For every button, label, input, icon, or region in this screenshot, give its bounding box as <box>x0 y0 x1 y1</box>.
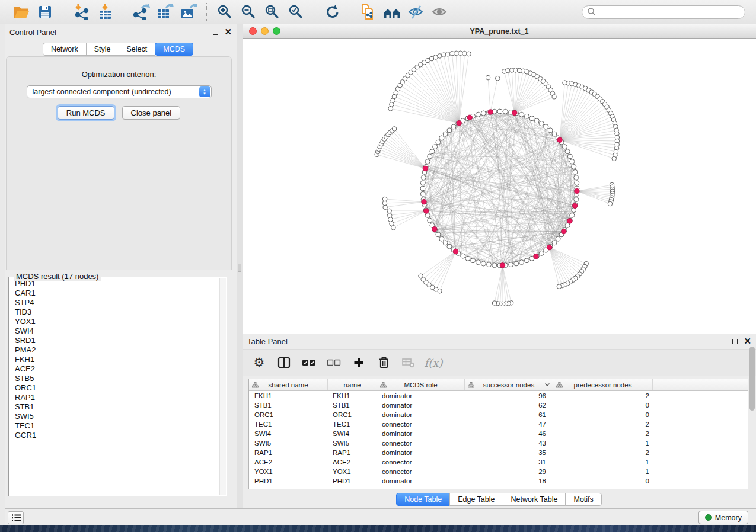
optimization-criterion-select[interactable]: largest connected component (undirected)… <box>27 85 212 98</box>
table-row[interactable]: ACE2ACE2connector311 <box>249 457 748 467</box>
search-input[interactable] <box>596 8 740 16</box>
mcds-result-item[interactable]: STB1 <box>10 402 219 412</box>
tab-style[interactable]: Style <box>86 43 119 56</box>
tab-edge-table[interactable]: Edge Table <box>449 493 503 506</box>
save-session-icon[interactable] <box>33 3 57 21</box>
mcds-result-item[interactable]: STB5 <box>10 374 219 383</box>
add-column-icon[interactable] <box>350 355 367 370</box>
mcds-result-item[interactable]: STP4 <box>10 298 219 307</box>
export-image-icon[interactable] <box>177 3 200 21</box>
zoom-selected-icon[interactable] <box>284 3 308 21</box>
mcds-result-item[interactable]: FKH1 <box>10 355 219 364</box>
mcds-node[interactable] <box>467 115 473 120</box>
network-canvas[interactable] <box>243 39 756 333</box>
mcds-result-list[interactable]: PHD1CAR1STP4TID3YOX1SWI4SRD1PMA2FKH1ACE2… <box>10 279 219 495</box>
function-builder-icon[interactable]: f(x) <box>425 355 442 370</box>
tab-select[interactable]: Select <box>119 43 156 56</box>
show-all-icon[interactable] <box>428 3 451 21</box>
mcds-node[interactable] <box>422 199 427 204</box>
mcds-node[interactable] <box>567 219 573 224</box>
column-header-predecessor-nodes[interactable]: predecessor nodes <box>553 379 653 390</box>
column-header-name[interactable]: name <box>328 379 377 390</box>
mcds-result-item[interactable]: SWI4 <box>10 326 219 336</box>
mcds-node[interactable] <box>572 203 578 209</box>
memory-button[interactable]: Memory <box>698 511 748 524</box>
column-header-mcds-role[interactable]: MCDS role <box>377 379 465 390</box>
close-panel-button[interactable]: Close panel <box>122 106 181 120</box>
mcds-node[interactable] <box>423 166 428 171</box>
table-row[interactable]: TEC1TEC1connector472 <box>249 419 748 429</box>
float-panel-icon[interactable] <box>732 339 738 344</box>
mcds-result-item[interactable]: TEC1 <box>10 421 219 431</box>
mcds-node[interactable] <box>488 110 493 115</box>
mcds-node[interactable] <box>500 263 505 268</box>
mcds-result-item[interactable]: GCR1 <box>10 431 219 440</box>
mcds-result-item[interactable]: SRD1 <box>10 336 219 345</box>
mcds-result-item[interactable]: CAR1 <box>10 289 219 298</box>
mcds-result-item[interactable]: ORC1 <box>10 383 219 393</box>
close-panel-icon[interactable]: ✕ <box>224 29 232 35</box>
hide-selected-icon[interactable] <box>404 3 428 21</box>
tab-node-table[interactable]: Node Table <box>396 493 450 506</box>
select-all-icon[interactable] <box>301 355 317 370</box>
mcds-node[interactable] <box>512 110 518 116</box>
table-row[interactable]: SWI5SWI5connector431 <box>249 438 748 448</box>
mcds-node[interactable] <box>423 209 429 214</box>
delete-column-icon[interactable] <box>375 355 392 370</box>
show-columns-icon[interactable] <box>276 355 292 370</box>
mcds-result-item[interactable]: TID3 <box>10 307 219 317</box>
mcds-list-scrollbar[interactable] <box>219 278 226 495</box>
table-row[interactable]: RAP1RAP1dominator352 <box>249 448 748 457</box>
cell-name: ORC1 <box>328 410 377 419</box>
column-header-successor-nodes[interactable]: successor nodes <box>465 379 553 390</box>
zoom-in-icon[interactable] <box>213 3 237 21</box>
panel-splitter[interactable] <box>237 24 243 508</box>
first-neighbors-icon[interactable] <box>380 3 404 21</box>
mcds-node[interactable] <box>575 188 580 194</box>
mcds-node[interactable] <box>534 254 539 259</box>
mcds-result-item[interactable]: SWI5 <box>10 412 219 421</box>
delete-table-icon[interactable] <box>400 355 417 370</box>
import-table-icon[interactable] <box>93 3 117 21</box>
table-row[interactable]: SWI4SWI4dominator462 <box>249 429 748 438</box>
mcds-result-item[interactable]: RAP1 <box>10 393 219 402</box>
table-row[interactable]: YOX1YOX1connector291 <box>249 467 748 476</box>
table-row[interactable]: ORC1ORC1dominator610 <box>249 410 748 419</box>
export-network-icon[interactable] <box>129 3 153 21</box>
table-row[interactable]: PHD1PHD1dominator180 <box>249 476 748 486</box>
table-scrollbar-thumb[interactable] <box>749 347 755 411</box>
tab-network[interactable]: Network <box>43 43 87 56</box>
table-row[interactable]: FKH1FKH1dominator962 <box>249 391 748 400</box>
mcds-node[interactable] <box>432 227 438 232</box>
mcds-result-item[interactable]: ACE2 <box>10 364 219 374</box>
fit-content-icon[interactable] <box>260 3 284 21</box>
splitter-grip-icon[interactable] <box>238 264 241 272</box>
mcds-node[interactable] <box>562 229 567 234</box>
mcds-node[interactable] <box>457 121 462 126</box>
zoom-out-icon[interactable] <box>237 3 260 21</box>
close-panel-icon[interactable]: ✕ <box>744 338 751 344</box>
open-file-icon[interactable] <box>9 3 33 21</box>
run-mcds-button[interactable]: Run MCDS <box>58 106 114 120</box>
column-header-shared-name[interactable]: shared name <box>249 379 328 390</box>
search-field[interactable] <box>582 5 745 19</box>
float-panel-icon[interactable] <box>213 30 218 35</box>
mcds-node[interactable] <box>557 137 563 143</box>
mcds-result-item[interactable]: PHD1 <box>10 279 219 289</box>
copy-network-icon[interactable] <box>356 3 380 21</box>
mcds-node[interactable] <box>547 245 552 250</box>
tab-network-table[interactable]: Network Table <box>503 493 566 506</box>
mcds-node[interactable] <box>453 249 458 254</box>
import-network-icon[interactable] <box>69 3 93 21</box>
deselect-all-icon[interactable] <box>326 355 342 370</box>
table-options-icon[interactable]: ⚙ <box>251 355 267 370</box>
refresh-view-icon[interactable] <box>320 3 344 21</box>
tab-mcds[interactable]: MCDS <box>155 43 193 56</box>
export-table-icon[interactable] <box>153 3 177 21</box>
mcds-result-item[interactable]: YOX1 <box>10 317 219 326</box>
tab-motifs[interactable]: Motifs <box>565 493 601 506</box>
cell-predecessor-nodes: 0 <box>553 410 653 419</box>
mcds-result-item[interactable]: PMA2 <box>10 345 219 355</box>
task-history-button[interactable] <box>8 511 24 524</box>
table-row[interactable]: STB1STB1dominator620 <box>249 400 748 410</box>
